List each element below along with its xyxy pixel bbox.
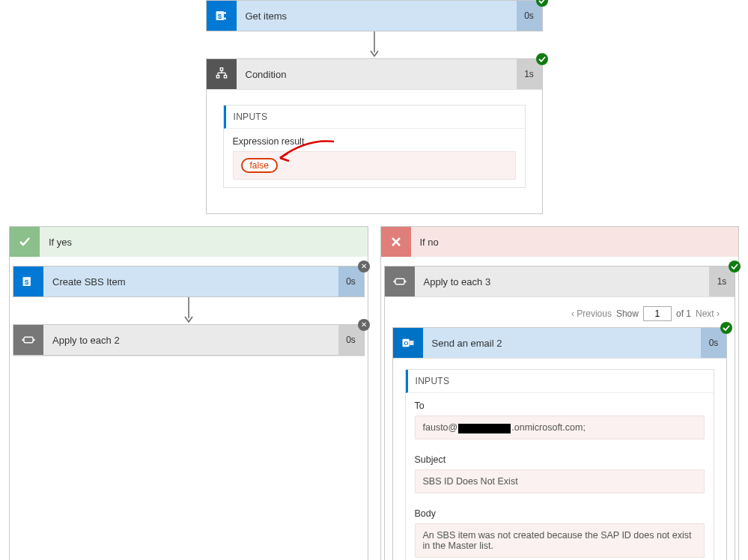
- outlook-icon: O: [393, 328, 423, 358]
- pager-page-input[interactable]: [643, 306, 672, 321]
- check-icon: [10, 227, 40, 257]
- action-create-sbs-item[interactable]: S Create SBS Item 0s: [13, 266, 365, 297]
- svg-rect-16: [395, 279, 404, 284]
- svg-rect-19: [409, 341, 413, 345]
- svg-rect-15: [24, 337, 33, 343]
- pager-prev[interactable]: ‹ Previous: [571, 308, 612, 319]
- svg-text:S: S: [217, 13, 222, 20]
- pager-next[interactable]: Next ›: [696, 308, 720, 319]
- action-title: Send an email 2: [423, 328, 702, 358]
- pager-of-label: of 1: [676, 308, 691, 319]
- sharepoint-icon: S: [13, 267, 43, 296]
- svg-rect-10: [216, 76, 219, 78]
- flow-connector: [13, 297, 365, 324]
- action-get-items[interactable]: S Get items 0s: [206, 0, 543, 31]
- action-title: Create SBS Item: [43, 267, 338, 296]
- branch-if-yes: If yes S Create SBS Item 0s: [9, 226, 368, 560]
- action-title: Apply to each 3: [415, 267, 710, 296]
- branch-title: If yes: [40, 237, 72, 248]
- expression-result-value: false: [241, 158, 278, 173]
- pager-show-label: Show: [616, 308, 639, 319]
- email-body-value: An SBS item was not created because the …: [415, 523, 705, 558]
- action-send-an-email-2[interactable]: O Send an email 2 0s: [392, 327, 728, 560]
- svg-rect-5: [220, 68, 222, 70]
- action-title: Condition: [237, 59, 517, 89]
- svg-text:S: S: [25, 279, 29, 286]
- email-to-label: To: [415, 401, 705, 411]
- close-icon: [381, 227, 411, 257]
- action-apply-to-each-3[interactable]: Apply to each 3 1s ‹ Previous Show of 1 …: [384, 266, 736, 560]
- skipped-badge-icon: [358, 261, 370, 273]
- expression-result-label: Expression result: [233, 136, 516, 147]
- email-subject-value: SBS ID Does Not Exist: [415, 469, 705, 493]
- loop-icon: [385, 267, 415, 296]
- svg-text:O: O: [404, 340, 408, 347]
- svg-point-3: [224, 17, 226, 19]
- redacted-block: [458, 424, 511, 433]
- branch-header-no[interactable]: If no: [381, 227, 739, 257]
- sharepoint-icon: S: [207, 1, 237, 31]
- success-badge-icon: [536, 53, 548, 65]
- email-to-value: fausto@.onmicrosoft.com;: [415, 416, 705, 439]
- svg-point-2: [224, 12, 226, 14]
- action-title: Apply to each 2: [43, 325, 338, 355]
- action-apply-to-each-2[interactable]: Apply to each 2 0s: [13, 324, 365, 356]
- flow-connector: [0, 31, 748, 58]
- skipped-badge-icon: [358, 319, 370, 331]
- condition-icon: [207, 59, 237, 89]
- inputs-heading: INPUTS: [224, 106, 525, 129]
- inputs-heading: INPUTS: [406, 370, 714, 393]
- action-title: Get items: [237, 1, 517, 31]
- svg-rect-11: [224, 76, 226, 78]
- branch-if-no: If no Apply to each 3 1s: [380, 226, 740, 560]
- success-badge-icon: [720, 322, 732, 334]
- email-body-label: Body: [415, 508, 705, 519]
- email-subject-label: Subject: [415, 454, 705, 465]
- loop-pager: ‹ Previous Show of 1 Next ›: [392, 300, 728, 327]
- success-badge-icon: [729, 261, 741, 273]
- branch-header-yes[interactable]: If yes: [10, 227, 368, 257]
- loop-icon: [13, 325, 43, 355]
- branch-title: If no: [411, 237, 439, 248]
- action-condition[interactable]: Condition 1s INPUTS Expression result fa…: [206, 58, 543, 214]
